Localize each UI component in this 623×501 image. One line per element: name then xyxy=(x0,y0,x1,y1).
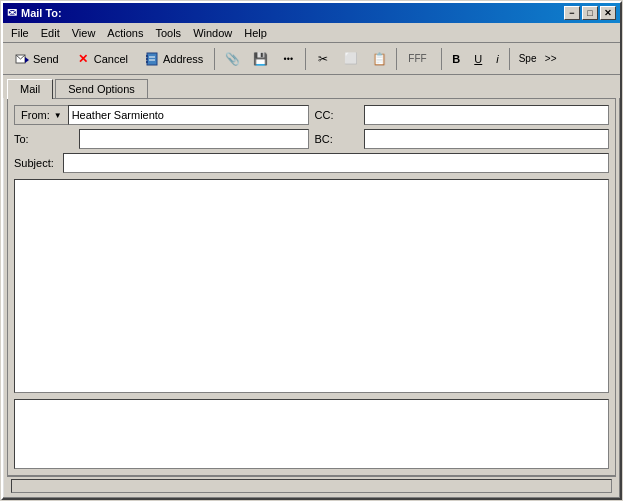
svg-rect-4 xyxy=(146,58,148,60)
cancel-label: Cancel xyxy=(94,53,128,65)
tab-send-options[interactable]: Send Options xyxy=(55,79,148,98)
menu-tools[interactable]: Tools xyxy=(149,25,187,41)
subject-input[interactable] xyxy=(63,153,609,173)
send-button[interactable]: Send xyxy=(7,46,66,72)
toolbar-sep-3 xyxy=(396,48,397,70)
status-bar xyxy=(7,476,616,494)
format-field-label: FFF xyxy=(408,53,426,64)
signature-textarea[interactable] xyxy=(15,400,608,468)
body-textarea[interactable] xyxy=(15,180,608,392)
spell-icon: Spe xyxy=(519,53,537,64)
window-icon: ✉ xyxy=(7,6,17,20)
bold-label: B xyxy=(452,53,460,65)
options-icon: ••• xyxy=(280,51,296,67)
status-panel xyxy=(11,479,612,493)
svg-marker-1 xyxy=(25,57,29,63)
format-field-button[interactable]: FFF xyxy=(401,46,437,72)
subject-label: Subject: xyxy=(14,157,59,169)
italic-button[interactable]: i xyxy=(490,46,504,72)
send-icon xyxy=(14,51,30,67)
address-label: Address xyxy=(163,53,203,65)
address-button[interactable]: Address xyxy=(137,46,210,72)
attach-button[interactable]: 📎 xyxy=(219,46,245,72)
cancel-button[interactable]: ✕ Cancel xyxy=(68,46,135,72)
signature-area xyxy=(14,399,609,469)
tab-send-options-label: Send Options xyxy=(68,83,135,95)
menu-window[interactable]: Window xyxy=(187,25,238,41)
toolbar-sep-4 xyxy=(441,48,442,70)
cancel-icon: ✕ xyxy=(75,51,91,67)
italic-label: i xyxy=(496,53,498,65)
title-bar-controls: − □ ✕ xyxy=(564,6,616,20)
from-input[interactable] xyxy=(68,105,309,125)
title-bar-text: ✉ Mail To: xyxy=(7,6,62,20)
bc-input[interactable] xyxy=(364,129,610,149)
save-icon: 💾 xyxy=(252,51,268,67)
to-label: To: xyxy=(14,133,59,145)
bc-label: BC: xyxy=(315,133,360,145)
main-window: ✉ Mail To: − □ ✕ File Edit View Actions … xyxy=(1,1,622,500)
paste-icon: 📋 xyxy=(371,51,387,67)
address-book-icon xyxy=(144,51,160,67)
copy-button[interactable]: ⬜ xyxy=(338,46,364,72)
send-label: Send xyxy=(33,53,59,65)
menu-edit[interactable]: Edit xyxy=(35,25,66,41)
title-bar: ✉ Mail To: − □ ✕ xyxy=(3,3,620,23)
window-title: Mail To: xyxy=(21,7,62,19)
menu-view[interactable]: View xyxy=(66,25,102,41)
from-dropdown-arrow[interactable]: ▼ xyxy=(54,111,62,120)
copy-icon: ⬜ xyxy=(343,51,359,67)
toolbar-sep-2 xyxy=(305,48,306,70)
underline-button[interactable]: U xyxy=(468,46,488,72)
cc-input[interactable] xyxy=(364,105,610,125)
close-button[interactable]: ✕ xyxy=(600,6,616,20)
minimize-button[interactable]: − xyxy=(564,6,580,20)
attach-icon: 📎 xyxy=(224,51,240,67)
more-button[interactable]: ••• xyxy=(275,46,301,72)
body-area xyxy=(14,179,609,393)
toolbar-sep-1 xyxy=(214,48,215,70)
svg-rect-5 xyxy=(146,61,148,63)
menu-help[interactable]: Help xyxy=(238,25,273,41)
toolbar: Send ✕ Cancel Address 📎 xyxy=(3,43,620,75)
menu-file[interactable]: File xyxy=(5,25,35,41)
toolbar-sep-5 xyxy=(509,48,510,70)
tab-mail-label: Mail xyxy=(20,83,40,95)
svg-rect-3 xyxy=(146,55,148,57)
cut-button[interactable]: ✂ xyxy=(310,46,336,72)
toolbar-overflow-button[interactable]: >> xyxy=(544,46,558,72)
spell-button[interactable]: Spe xyxy=(514,46,542,72)
to-input[interactable] xyxy=(79,129,309,149)
underline-label: U xyxy=(474,53,482,65)
tabs-bar: Mail Send Options xyxy=(3,75,620,98)
cut-icon: ✂ xyxy=(315,51,331,67)
menu-actions[interactable]: Actions xyxy=(101,25,149,41)
content-area: From: ▼ CC: To: BC: Subject: xyxy=(7,98,616,476)
overflow-label: >> xyxy=(545,53,557,64)
from-label: From: ▼ xyxy=(14,105,68,125)
svg-rect-2 xyxy=(147,53,157,65)
bold-button[interactable]: B xyxy=(446,46,466,72)
cc-label: CC: xyxy=(315,109,360,121)
tab-mail[interactable]: Mail xyxy=(7,79,53,99)
menu-bar: File Edit View Actions Tools Window Help xyxy=(3,23,620,43)
from-label-text: From: xyxy=(21,109,50,121)
save-button[interactable]: 💾 xyxy=(247,46,273,72)
maximize-button[interactable]: □ xyxy=(582,6,598,20)
paste-button[interactable]: 📋 xyxy=(366,46,392,72)
